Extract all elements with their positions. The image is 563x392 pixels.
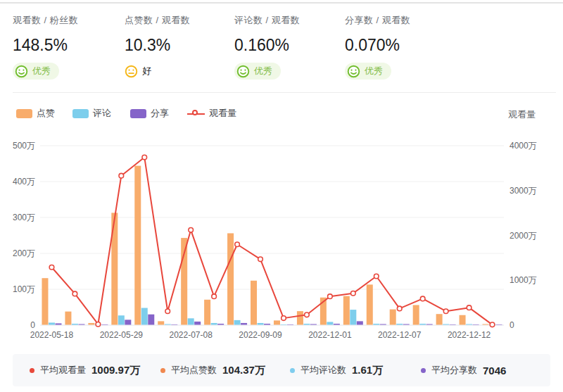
gridlines: 0100万200万300万400万500万 — [13, 141, 504, 330]
line-point[interactable] — [282, 316, 286, 321]
rating-text: 优秀 — [254, 65, 272, 77]
legend-item-shares[interactable]: 分享 — [130, 107, 169, 120]
stat-card-shares-to-views: 分享数 / 观看数 0.070% 优秀 — [345, 14, 410, 81]
x-axis-tick: 2022-12-01 — [308, 330, 352, 340]
line-point[interactable] — [49, 265, 54, 270]
rating-text: 好 — [142, 65, 151, 77]
summary-value: 7046 — [483, 365, 506, 377]
section-divider — [13, 92, 556, 93]
likes-swatch-icon — [16, 109, 32, 118]
line-point[interactable] — [328, 294, 333, 299]
legend-item-likes[interactable]: 点赞 — [16, 107, 55, 120]
right-axis-tick: 2000万 — [510, 231, 537, 241]
line-point[interactable] — [374, 274, 379, 279]
left-axis-tick: 500万 — [13, 141, 35, 151]
x-axis-tick: 2022-07-08 — [169, 330, 213, 340]
line-point[interactable] — [490, 322, 495, 327]
line-point[interactable] — [212, 294, 217, 299]
smiley-happy-icon — [347, 65, 360, 78]
line-point[interactable] — [142, 155, 147, 160]
legend-label: 分享 — [151, 107, 169, 120]
rating-badge: 好 — [125, 63, 160, 80]
summary-label: 平均评论数 — [301, 364, 346, 377]
summary-bar: 平均观看量 1009.97万 平均点赞数 104.37万 平均评论数 1.61万… — [13, 354, 550, 386]
line-point[interactable] — [189, 228, 194, 233]
x-axis-tick: 2022-05-29 — [100, 330, 144, 340]
stat-card-likes-to-views: 点赞数 / 观看数 10.3% 好 — [125, 14, 190, 81]
line-point[interactable] — [119, 173, 124, 178]
line-point[interactable] — [420, 296, 425, 301]
stat-label: 观看数 / 粉丝数 — [13, 14, 78, 27]
line-point[interactable] — [351, 291, 356, 296]
top-border — [0, 2, 563, 4]
summary-value: 104.37万 — [222, 364, 265, 377]
x-axis-tick: 2022-09-09 — [239, 330, 282, 340]
right-axis-tick: 1000万 — [510, 275, 537, 285]
comments-dot-icon — [290, 368, 295, 373]
rating-text: 优秀 — [365, 65, 383, 77]
summary-avg-shares: 平均分享数 7046 — [421, 354, 506, 386]
stat-value: 0.160% — [234, 36, 300, 55]
stat-value: 10.3% — [125, 36, 190, 55]
x-axis-tick: 2022-05-18 — [30, 330, 74, 340]
legend-item-views[interactable]: 观看量 — [187, 107, 236, 120]
left-axis-tick: 200万 — [13, 248, 35, 258]
comments-swatch-icon — [72, 109, 89, 118]
summary-avg-likes: 平均点赞数 104.37万 — [160, 354, 265, 386]
summary-avg-comments: 平均评论数 1.61万 — [290, 354, 383, 386]
legend-label: 点赞 — [37, 107, 55, 120]
summary-avg-views: 平均观看量 1009.97万 — [30, 354, 140, 386]
left-axis-tick: 100万 — [13, 284, 35, 294]
stat-label: 评论数 / 观看数 — [234, 14, 300, 27]
dashboard: 观看数 / 粉丝数 148.5% 优秀 点赞数 / 观看数 10.3% 好 评论… — [0, 0, 563, 392]
rating-badge: 优秀 — [13, 63, 59, 80]
stat-value: 148.5% — [13, 36, 78, 55]
stat-value: 0.070% — [345, 36, 410, 55]
line-marker-icon — [187, 109, 205, 118]
line-point[interactable] — [305, 312, 310, 317]
smiley-neutral-icon — [125, 65, 138, 78]
summary-label: 平均分享数 — [431, 364, 477, 377]
views-dot-icon — [30, 368, 34, 373]
summary-label: 平均观看量 — [40, 364, 86, 377]
right-axis-tick: 3000万 — [510, 186, 537, 196]
right-axis-title: 观看量 — [508, 108, 536, 121]
right-axis-tick: 4000万 — [510, 141, 537, 151]
summary-value: 1009.97万 — [91, 364, 140, 377]
left-axis-tick: 300万 — [13, 213, 35, 222]
chart-canvas[interactable]: 0100万200万300万400万500万01000万2000万3000万400… — [0, 134, 563, 352]
left-axis-tick: 400万 — [13, 177, 35, 186]
legend-label: 观看量 — [209, 107, 236, 120]
shares-swatch-icon — [130, 109, 146, 118]
line-point[interactable] — [258, 257, 263, 262]
legend-item-comments[interactable]: 评论 — [72, 107, 111, 120]
line-point[interactable] — [467, 305, 472, 310]
left-axis-tick: 0 — [30, 320, 35, 330]
line-point[interactable] — [72, 291, 77, 296]
line-point[interactable] — [96, 322, 101, 327]
summary-label: 平均点赞数 — [171, 364, 217, 377]
shares-dot-icon — [421, 368, 426, 373]
stat-card-views-to-fans: 观看数 / 粉丝数 148.5% 优秀 — [13, 14, 78, 81]
x-axis-tick: 2022-12-12 — [448, 330, 491, 340]
stat-label: 分享数 / 观看数 — [345, 14, 410, 27]
smiley-happy-icon — [15, 65, 28, 78]
line-point[interactable] — [397, 306, 402, 311]
summary-value: 1.61万 — [352, 364, 383, 377]
line-point[interactable] — [165, 309, 170, 314]
right-axis-tick: 0 — [510, 320, 514, 330]
legend-label: 评论 — [93, 107, 111, 120]
stat-label: 点赞数 / 观看数 — [125, 14, 190, 27]
rating-text: 优秀 — [32, 65, 51, 77]
smiley-happy-icon — [236, 65, 250, 78]
line-point[interactable] — [443, 309, 448, 314]
rating-badge: 优秀 — [234, 63, 281, 80]
line-point[interactable] — [235, 242, 240, 247]
stat-card-comments-to-views: 评论数 / 观看数 0.160% 优秀 — [234, 14, 300, 81]
x-axis-tick: 2022-12-07 — [378, 330, 422, 340]
likes-dot-icon — [160, 368, 165, 373]
rating-badge: 优秀 — [345, 63, 391, 80]
